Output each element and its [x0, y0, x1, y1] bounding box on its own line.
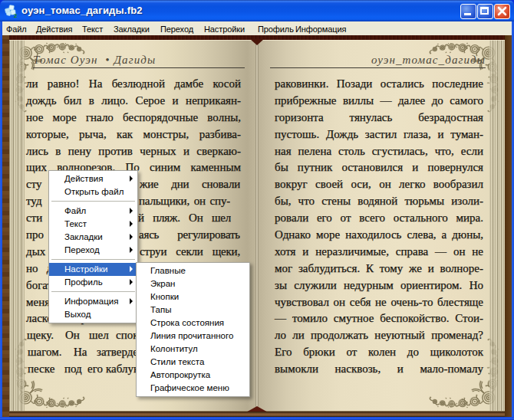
svg-text:2: 2: [14, 12, 18, 19]
